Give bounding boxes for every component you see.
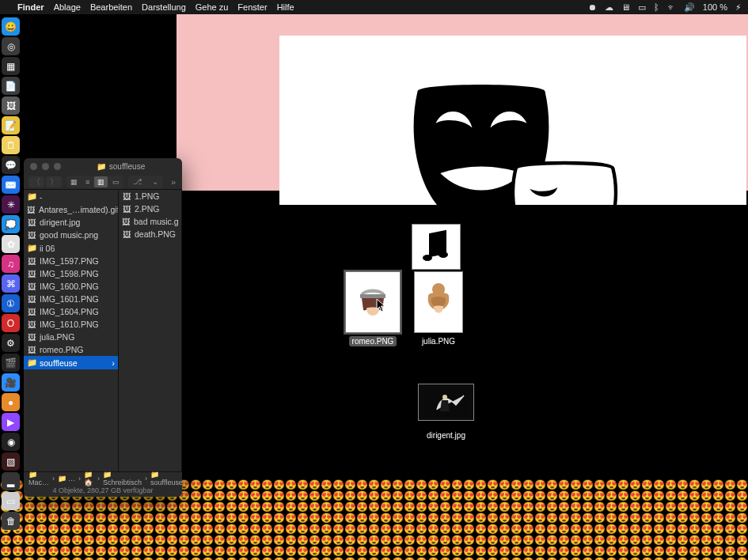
view-gallery[interactable]: ▭ — [109, 176, 123, 187]
folder-icon: 📁 — [97, 162, 106, 171]
file-label: IMG_1601.PNG — [40, 294, 99, 304]
close-icon[interactable] — [30, 163, 37, 170]
file-row[interactable]: 📁ii 06 — [24, 241, 118, 255]
dock-item-zoom[interactable]: 🎥 — [2, 373, 20, 392]
finder-column-0[interactable]: 📁-🖼Antares_…imated).gif🖼dirigent.jpg🖼goo… — [24, 190, 119, 471]
dock-item-app25[interactable]: ▭ — [2, 492, 20, 510]
dock-item-video[interactable]: 🎬 — [2, 354, 20, 372]
zoom-icon[interactable] — [54, 163, 61, 170]
menu-window[interactable]: Fenster — [237, 2, 267, 12]
status-display-icon[interactable]: 🖥 — [621, 2, 630, 12]
status-airplay-icon[interactable]: ▭ — [638, 2, 646, 13]
stage-item-romeo[interactable]: romeo.PNG — [345, 271, 401, 333]
file-row[interactable]: 🖼good music.png — [24, 229, 118, 241]
file-row[interactable]: 📁- — [24, 190, 118, 203]
dock-item-pages[interactable]: 📄 — [2, 77, 20, 95]
app-menu[interactable]: Finder — [17, 2, 44, 12]
file-label: romeo.PNG — [40, 345, 83, 354]
dock-item-discord[interactable]: ⌘ — [2, 274, 20, 293]
finder-titlebar[interactable]: 📁souffleuse — [24, 158, 182, 174]
status-record-icon[interactable]: ⏺ — [588, 2, 597, 12]
back-button[interactable]: 〈 — [28, 176, 44, 187]
menu-file[interactable]: Ablage — [54, 2, 81, 12]
minimize-icon[interactable] — [42, 163, 49, 170]
menu-view[interactable]: Darstellung — [142, 2, 186, 12]
finder-path-bar[interactable]: 📁Mac…›📁…›📁🏠›📁Schreibtisch›📁souffleuse — [24, 471, 182, 484]
image-file-icon: 🖼 — [27, 218, 36, 227]
folder-icon: 📁 — [27, 243, 36, 253]
file-row[interactable]: 🖼1.PNG — [119, 190, 181, 202]
arrange-chevron-icon[interactable]: ⌄ — [148, 176, 162, 187]
dock-item-preview[interactable]: 🖼 — [2, 96, 20, 115]
file-row[interactable]: 🖼IMG_1600.PNG — [24, 280, 118, 293]
menu-bar: Finder Ablage Bearbeiten Darstellung Geh… — [0, 0, 748, 14]
stage-item-julia[interactable]: julia.PNG — [414, 271, 463, 333]
theater-masks-card — [279, 36, 746, 205]
view-columns[interactable]: ▥ — [94, 176, 108, 187]
file-row[interactable]: 🖼IMG_1597.PNG — [24, 255, 118, 267]
dock-item-obs[interactable]: ◉ — [2, 433, 20, 451]
battery-icon[interactable]: ⚡︎ — [735, 2, 742, 13]
file-row[interactable]: 🖼2.PNG — [119, 202, 181, 215]
dock-item-mail[interactable]: ✉️ — [2, 176, 20, 194]
file-row[interactable]: 🖼julia.PNG — [24, 331, 118, 343]
dock-item-stickies[interactable]: 🗒 — [2, 136, 20, 154]
menu-go[interactable]: Gehe zu — [196, 2, 229, 12]
file-row[interactable]: 🖼bad music.g — [119, 215, 181, 228]
status-tray-icon[interactable]: ☁︎ — [605, 2, 613, 13]
file-row[interactable]: 🖼IMG_1610.PNG — [24, 318, 118, 331]
folder-icon: 📁 — [103, 471, 112, 479]
dock-item-app24[interactable]: ▂ — [2, 472, 20, 490]
stage-item-dirigent[interactable]: dirigent.jpg — [418, 384, 474, 441]
stage-item-music[interactable] — [412, 224, 461, 270]
dock-item-capture[interactable]: ● — [2, 393, 20, 411]
image-file-icon: 🖼 — [122, 204, 131, 214]
battery-percentage[interactable]: 100 % — [703, 2, 727, 12]
file-row[interactable]: 🖼romeo.PNG — [24, 343, 118, 356]
file-row[interactable]: 🖼death.PNG — [119, 228, 181, 240]
dock-item-app3[interactable]: ▦ — [2, 57, 20, 75]
toolbar-overflow-icon[interactable]: » — [171, 177, 177, 187]
dock-item-audio[interactable]: ⚙︎ — [2, 334, 20, 352]
dock-item-chat[interactable]: 💭 — [2, 215, 20, 233]
dock-item-1password[interactable]: ① — [2, 294, 20, 312]
finder-columns: 📁-🖼Antares_…imated).gif🖼dirigent.jpg🖼goo… — [24, 190, 182, 471]
dock-item-photos[interactable]: ✿ — [2, 235, 20, 253]
file-label: dirigent.jpg — [40, 218, 80, 227]
finder-column-1[interactable]: 🖼1.PNG🖼2.PNG🖼bad music.g🖼death.PNG — [119, 190, 182, 471]
dock-item-finder[interactable]: 😀 — [2, 17, 20, 36]
dock-item-itunes[interactable]: ♫ — [2, 255, 20, 273]
image-file-icon: 🖼 — [27, 205, 36, 214]
file-row[interactable]: 📁souffleuse — [24, 356, 118, 369]
tragedy-mask-icon — [485, 154, 644, 205]
path-segment[interactable]: … — [68, 475, 75, 482]
finder-window[interactable]: 📁souffleuse 〈 〉 ▦ ≡ ▥ ▭ ⎇ ⌄ » 📁-🖼Antares… — [24, 158, 182, 497]
folder-icon: 📁 — [27, 358, 36, 368]
file-label: ii 06 — [40, 244, 55, 253]
menu-help[interactable]: Hilfe — [277, 2, 294, 12]
menu-edit[interactable]: Bearbeiten — [90, 2, 132, 12]
dock-item-twitch[interactable]: ▶ — [2, 413, 20, 431]
status-bluetooth-icon[interactable]: ᛒ — [654, 2, 659, 12]
dock-item-safari[interactable]: ◎ — [2, 37, 20, 55]
view-icon-grid[interactable]: ▦ — [67, 176, 81, 187]
dock-item-messages[interactable]: 💬 — [2, 156, 20, 174]
file-row[interactable]: 🖼Antares_…imated).gif — [24, 203, 118, 216]
view-list[interactable]: ≡ — [82, 176, 93, 187]
file-row[interactable]: 🖼IMG_1604.PNG — [24, 305, 118, 318]
dock-item-trash[interactable]: 🗑 — [2, 512, 20, 530]
dock-item-pattern[interactable]: ▧ — [2, 452, 20, 471]
cursor-icon — [376, 298, 387, 312]
dock-item-slack[interactable]: ✳︎ — [2, 195, 20, 214]
romeo-avatar-icon — [352, 280, 393, 324]
file-row[interactable]: 🖼dirigent.jpg — [24, 216, 118, 229]
status-wifi-icon[interactable]: ᯤ — [667, 2, 676, 12]
forward-button[interactable]: 〉 — [46, 176, 62, 187]
view-switcher[interactable]: ▦ ≡ ▥ ▭ — [66, 176, 123, 188]
dock-item-notes[interactable]: 📝 — [2, 116, 20, 134]
file-row[interactable]: 🖼IMG_1598.PNG — [24, 267, 118, 280]
status-volume-icon[interactable]: 🔊 — [684, 2, 695, 13]
arrange-button[interactable]: ⎇ — [129, 176, 146, 187]
dock-item-opera[interactable]: O — [2, 314, 20, 332]
file-row[interactable]: 🖼IMG_1601.PNG — [24, 293, 118, 305]
